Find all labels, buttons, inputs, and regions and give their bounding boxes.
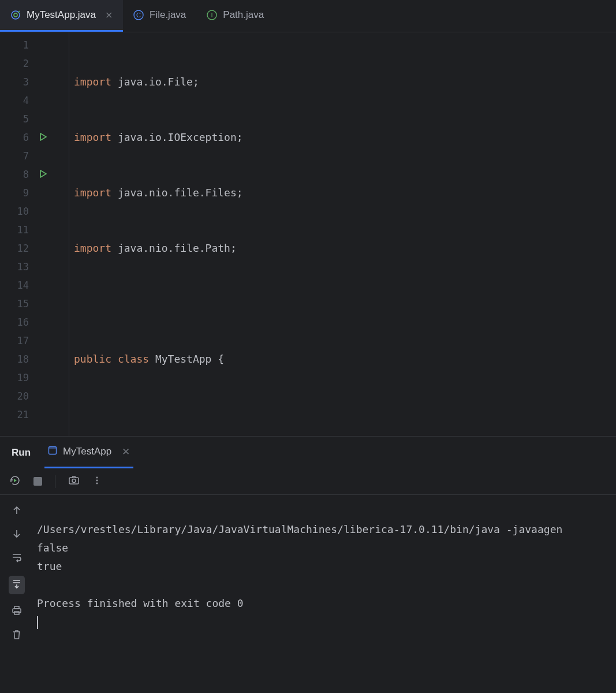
- line-number: 4: [0, 95, 29, 106]
- console-line: /Users/vrestles/Library/Java/JavaVirtual…: [37, 523, 562, 535]
- code-area[interactable]: import java.io.File; import java.io.IOEx…: [69, 32, 616, 436]
- print-icon[interactable]: [11, 605, 23, 619]
- svg-point-1: [14, 13, 17, 17]
- line-number: 8: [0, 169, 29, 180]
- line-number: 17: [0, 335, 29, 346]
- line-number: 7: [0, 150, 29, 162]
- line-number: 16: [0, 316, 29, 328]
- svg-text:C: C: [136, 12, 141, 18]
- console-output[interactable]: /Users/vrestles/Library/Java/JavaVirtual…: [33, 495, 616, 693]
- class-icon: C: [133, 10, 144, 20]
- run-title: Run: [12, 447, 31, 459]
- svg-rect-7: [49, 446, 57, 449]
- target-icon: [10, 10, 21, 20]
- interface-icon: I: [207, 10, 217, 20]
- run-sidebar: [0, 495, 33, 693]
- line-number: 5: [0, 113, 29, 125]
- svg-point-10: [96, 476, 98, 478]
- run-body: /Users/vrestles/Library/Java/JavaVirtual…: [0, 495, 616, 693]
- line-number: 20: [0, 390, 29, 402]
- scroll-to-end-icon[interactable]: [9, 576, 25, 594]
- run-config-tab[interactable]: MyTestApp ✕: [44, 437, 133, 468]
- gutter: 1 2 3 4 5 6 7 8 9 10 11 12 13 14 15 16 1…: [0, 32, 69, 436]
- trash-icon[interactable]: [11, 629, 23, 643]
- tab-label: Path.java: [223, 9, 264, 21]
- close-icon[interactable]: ✕: [105, 10, 113, 21]
- run-header: Run MyTestApp ✕: [0, 437, 616, 468]
- tab-path[interactable]: I Path.java: [196, 0, 274, 32]
- run-toolbar: [0, 468, 616, 495]
- run-config-name: MyTestApp: [63, 446, 111, 457]
- console-line: true: [37, 560, 62, 572]
- line-number: 6: [0, 132, 29, 143]
- svg-rect-8: [69, 478, 79, 484]
- line-number: 14: [0, 280, 29, 291]
- line-number: 15: [0, 298, 29, 310]
- tab-mytestapp[interactable]: MyTestApp.java ✕: [0, 0, 123, 32]
- arrow-up-icon[interactable]: [12, 505, 22, 518]
- line-number: 9: [0, 187, 29, 199]
- rerun-icon[interactable]: [9, 475, 21, 489]
- cursor: [37, 616, 38, 629]
- svg-text:I: I: [211, 12, 213, 18]
- line-number: 1: [0, 39, 29, 51]
- stop-icon[interactable]: [33, 477, 42, 486]
- line-number: 21: [0, 409, 29, 420]
- run-panel: Run MyTestApp ✕: [0, 436, 616, 693]
- svg-rect-13: [13, 609, 21, 613]
- tab-label: File.java: [150, 9, 186, 21]
- run-gutter-icon[interactable]: [39, 169, 47, 180]
- console-line: false: [37, 542, 68, 554]
- soft-wrap-icon[interactable]: [11, 552, 23, 565]
- line-number: 18: [0, 353, 29, 365]
- more-icon[interactable]: [92, 476, 102, 487]
- line-number: 2: [0, 58, 29, 69]
- tab-label: MyTestApp.java: [27, 9, 96, 21]
- editor-tabs: MyTestApp.java ✕ C File.java I Path.java: [0, 0, 616, 32]
- arrow-down-icon[interactable]: [12, 528, 22, 541]
- line-number: 13: [0, 261, 29, 273]
- close-icon[interactable]: ✕: [122, 446, 130, 458]
- line-number: 10: [0, 206, 29, 217]
- run-gutter-icon[interactable]: [39, 132, 47, 143]
- screenshot-icon[interactable]: [68, 475, 80, 489]
- tab-file[interactable]: C File.java: [123, 0, 196, 32]
- svg-point-12: [96, 482, 98, 484]
- line-number: 12: [0, 243, 29, 254]
- console-line: Process finished with exit code 0: [37, 597, 244, 609]
- line-number: 19: [0, 372, 29, 383]
- app-icon: [48, 446, 57, 458]
- line-number: 11: [0, 224, 29, 236]
- separator: [55, 475, 55, 488]
- line-number: 3: [0, 76, 29, 88]
- svg-point-9: [72, 479, 76, 482]
- svg-rect-14: [14, 606, 19, 609]
- editor: 1 2 3 4 5 6 7 8 9 10 11 12 13 14 15 16 1…: [0, 32, 616, 436]
- svg-point-11: [96, 479, 98, 481]
